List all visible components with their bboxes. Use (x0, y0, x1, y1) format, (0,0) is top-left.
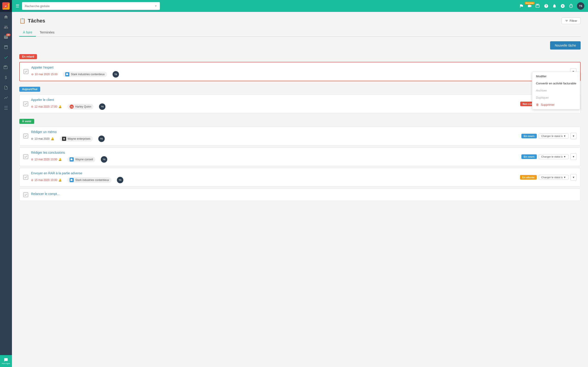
chevron-down-icon: ▼ (563, 155, 566, 158)
menu-archiver: Archiver (532, 87, 580, 94)
change-status-label: Changer le statut à (541, 155, 562, 158)
change-status-button[interactable]: Changer le statut à ▼ (539, 154, 569, 159)
dropdown-toggle[interactable]: ▼ (570, 153, 577, 160)
timer-icon[interactable] (569, 4, 573, 8)
company-icon (69, 157, 74, 161)
tab-a-faire[interactable]: À faire (19, 29, 36, 37)
sidebar-item-tasks[interactable] (0, 52, 12, 62)
filter-icon (565, 19, 568, 23)
task-company[interactable]: Stark industries contentieux (67, 177, 111, 183)
flag-icon[interactable] (519, 4, 524, 8)
clock-icon: ⊖ (31, 73, 34, 76)
chat-button[interactable]: Hors ligne (0, 355, 12, 367)
change-status-label: Changer le statut à (541, 135, 562, 137)
dropdown-toggle[interactable]: ▼ (570, 174, 577, 181)
sidebar-item-analytics[interactable] (0, 93, 12, 103)
company-icon (65, 72, 69, 76)
task-dropdown-menu: Modifier Convertir en activité facturabl… (532, 72, 580, 109)
contact-chip[interactable]: HQ Harley Quinn (67, 104, 94, 109)
date-value: 10 mai 2020 15:00 (35, 73, 57, 76)
task-meta: ⊖ 13 mai 2020 🔔 Wayne enterprises TS (31, 135, 519, 142)
task-actions: En cours Changer le statut à ▼ ▼ (521, 133, 577, 139)
sidebar-item-billing[interactable] (0, 73, 12, 83)
status-badge: En attente (520, 175, 537, 180)
assignee-avatar: TS (98, 135, 105, 142)
gift-icon[interactable] (536, 4, 540, 8)
search-dropdown-icon: ▼ (155, 5, 157, 7)
clock-icon: ⊖ (31, 137, 33, 140)
dropdown-toggle[interactable]: ▼ (570, 133, 577, 139)
notification-icon[interactable] (552, 4, 557, 8)
task-title[interactable]: Appeler le client (31, 98, 518, 102)
sidebar-item-cases[interactable] (0, 62, 12, 73)
task-title[interactable]: Envoyer en RAR à la partie adverse (31, 171, 517, 175)
task-meta: ⊘ 15 mai 2020 10:00 🔔 Stark industries c… (31, 177, 517, 183)
task-checkbox[interactable] (23, 133, 28, 139)
task-company[interactable]: Wayne enterprises (60, 136, 93, 142)
tab-terminees[interactable]: Terminées (36, 29, 58, 37)
contact-name: Harley Quinn (75, 105, 91, 108)
task-content: Appeler l'expert ⊖ 10 mai 2020 15:00 Sta… (31, 66, 567, 77)
sidebar-item-contacts[interactable] (0, 22, 12, 32)
sidebar-logo[interactable]: al (0, 0, 12, 12)
task-title[interactable]: Appeler l'expert (31, 66, 567, 69)
task-company[interactable]: Stark industries contentieux (63, 72, 107, 77)
task-company[interactable]: Wayne conseil (67, 157, 95, 162)
search-bar[interactable]: ▼ (22, 2, 160, 10)
change-status-button[interactable]: Changer le statut à ▼ (539, 133, 569, 139)
task-content: Appeler le client ⊖ 12 mai 2020 17:00 🔔 … (31, 98, 518, 110)
supprimer-label: Supprimer (541, 103, 554, 106)
filter-button[interactable]: Filtrer (562, 17, 581, 24)
sidebar: al 29 Hors ligne (0, 0, 12, 367)
chat-label: Hors ligne (2, 362, 10, 365)
bell-icon: 🔔 (58, 178, 62, 182)
company-name: Wayne enterprises (68, 137, 90, 140)
content-area: 📋 Tâches Filtrer À faire Terminées Nouve… (12, 12, 588, 367)
company-name: Wayne conseil (75, 158, 93, 161)
wayne-icon (62, 137, 66, 141)
menu-convertir[interactable]: Convertir en activité facturable (532, 80, 580, 87)
task-card: Appeler l'expert ⊖ 10 mai 2020 15:00 Sta… (19, 62, 581, 81)
search-input[interactable] (25, 4, 155, 8)
chevron-down-icon: ▼ (563, 176, 566, 179)
clock-icon: ⊖ (31, 105, 33, 108)
section-today-header: Aujourd'hui (19, 87, 40, 92)
contact-avatar: HQ (69, 105, 74, 109)
app-logo: al (2, 2, 10, 10)
chevron-down-icon: ▼ (563, 135, 566, 137)
change-status-label: Changer le statut à (541, 176, 562, 179)
task-checkbox[interactable] (23, 175, 28, 180)
section-upcoming-header: À venir (19, 119, 34, 124)
user-avatar[interactable]: TS (577, 2, 584, 10)
task-checkbox[interactable] (23, 101, 28, 106)
help-icon[interactable] (544, 4, 548, 8)
sidebar-item-settings[interactable] (0, 103, 12, 113)
date-value: 12 mai 2020 17:00 (35, 105, 57, 108)
task-actions: En cours Changer le statut à ▼ ▼ (521, 153, 577, 160)
new-task-button[interactable]: Nouvelle tâche (550, 41, 581, 50)
task-checkbox[interactable] (23, 154, 28, 159)
add-icon[interactable] (561, 4, 565, 8)
task-title[interactable]: Relancer le compt... (31, 192, 577, 196)
menu-toggle[interactable]: ☰ (16, 3, 19, 8)
assignee-avatar: TS (99, 103, 105, 110)
change-status-button[interactable]: Changer le statut à ▼ (539, 175, 569, 180)
menu-supprimer[interactable]: 🗑 Supprimer (532, 101, 580, 108)
task-title[interactable]: Rédiger les conclusions (31, 151, 519, 154)
task-checkbox[interactable] (23, 69, 28, 74)
bell-icon: 🔔 (58, 158, 62, 161)
sidebar-item-home[interactable] (0, 12, 12, 22)
sidebar-item-docs[interactable] (0, 83, 12, 93)
task-actions: En attente Changer le statut à ▼ ▼ (520, 174, 577, 181)
status-badge: En cours (521, 134, 537, 138)
menu-modifier[interactable]: Modifier (532, 73, 580, 80)
sidebar-item-mail[interactable]: 29 (0, 32, 12, 42)
section-today: Aujourd'hui Appeler le client ⊖ 12 mai 2… (19, 87, 581, 113)
date-value: 13 mai 2020 13:00 (35, 158, 57, 161)
main-area: ☰ ▼ Nouveau (12, 0, 588, 367)
video-icon[interactable]: Nouveau (527, 4, 532, 8)
task-title[interactable]: Rédiger un mémo (31, 130, 519, 134)
sidebar-item-calendar[interactable] (0, 42, 12, 52)
task-meta: ⊖ 12 mai 2020 17:00 🔔 HQ Harley Quinn TS (31, 103, 518, 110)
task-checkbox[interactable] (23, 192, 28, 197)
